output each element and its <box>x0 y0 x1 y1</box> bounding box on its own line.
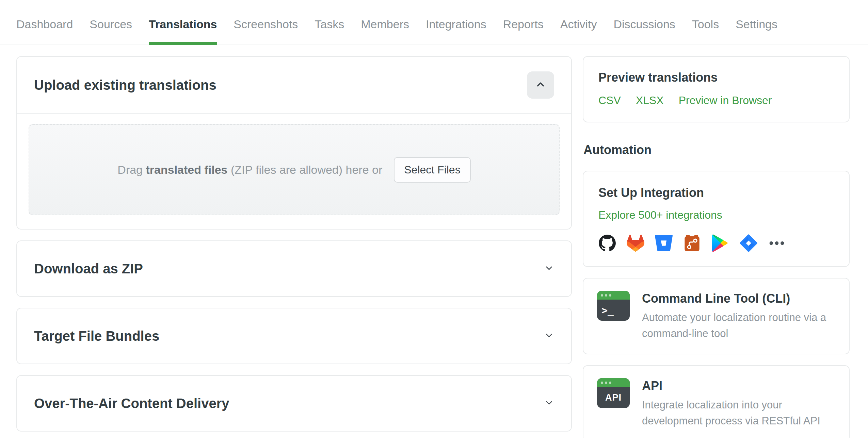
download-zip-card[interactable]: Download as ZIP <box>16 240 572 297</box>
right-sidebar: Preview translations CSV XLSX Preview in… <box>583 56 850 438</box>
ota-content-delivery-title: Over-The-Air Content Delivery <box>34 396 229 411</box>
upload-card-body: Drag translated files (ZIP files are all… <box>17 114 571 229</box>
tab-tools[interactable]: Tools <box>692 0 719 45</box>
cli-card-text: Command Line Tool (CLI) Automate your lo… <box>642 291 835 341</box>
target-file-bundles-card[interactable]: Target File Bundles <box>16 308 572 364</box>
tab-discussions[interactable]: Discussions <box>613 0 675 45</box>
select-files-button[interactable]: Select Files <box>394 157 470 183</box>
tab-activity[interactable]: Activity <box>560 0 597 45</box>
csv-link[interactable]: CSV <box>598 94 621 107</box>
xlsx-link[interactable]: XLSX <box>636 94 664 107</box>
integration-icons-row <box>598 234 834 252</box>
set-up-integration-title: Set Up Integration <box>598 186 834 200</box>
tab-members[interactable]: Members <box>361 0 409 45</box>
tab-tasks[interactable]: Tasks <box>315 0 344 45</box>
tab-reports[interactable]: Reports <box>503 0 544 45</box>
api-card[interactable]: API API Integrate localization into your… <box>583 365 850 438</box>
tab-screenshots[interactable]: Screenshots <box>234 0 298 45</box>
tab-settings[interactable]: Settings <box>736 0 777 45</box>
chevron-down-icon <box>544 398 554 409</box>
preview-translations-card: Preview translations CSV XLSX Preview in… <box>583 56 850 122</box>
more-integrations-icon[interactable] <box>768 234 786 252</box>
chevron-up-icon <box>535 79 546 91</box>
git-icon[interactable] <box>683 234 701 252</box>
cli-card[interactable]: >_ Command Line Tool (CLI) Automate your… <box>583 278 850 354</box>
api-card-description: Integrate localization into your develop… <box>642 397 835 429</box>
target-file-bundles-title: Target File Bundles <box>34 328 159 344</box>
google-play-icon[interactable] <box>711 234 729 252</box>
upload-card-title: Upload existing translations <box>34 78 216 93</box>
preview-in-browser-link[interactable]: Preview in Browser <box>679 94 772 107</box>
main-content: Upload existing translations Drag transl… <box>0 45 868 438</box>
upload-card-header: Upload existing translations <box>17 57 571 113</box>
set-up-integration-card: Set Up Integration Explore 500+ integrat… <box>583 171 850 267</box>
tab-translations[interactable]: Translations <box>149 0 217 45</box>
top-navigation: Dashboard Sources Translations Screensho… <box>0 0 868 45</box>
bitbucket-icon[interactable] <box>655 234 673 252</box>
preview-translations-title: Preview translations <box>598 70 834 85</box>
download-zip-title: Download as ZIP <box>34 261 143 276</box>
api-card-text: API Integrate localization into your dev… <box>642 378 835 429</box>
cli-card-description: Automate your localization routine via a… <box>642 310 835 341</box>
automation-heading: Automation <box>583 143 850 157</box>
terminal-icon: >_ <box>597 291 630 321</box>
cli-card-title: Command Line Tool (CLI) <box>642 291 835 306</box>
chevron-down-icon <box>544 330 554 342</box>
explore-integrations-link[interactable]: Explore 500+ integrations <box>598 209 722 221</box>
api-icon: API <box>597 378 630 408</box>
dropzone-text-bold: translated files <box>146 163 227 176</box>
chevron-down-icon <box>544 263 554 274</box>
upload-translations-card: Upload existing translations Drag transl… <box>16 56 572 230</box>
jira-icon[interactable] <box>740 234 757 252</box>
collapse-button[interactable] <box>527 71 554 99</box>
github-icon[interactable] <box>598 234 616 252</box>
tab-sources[interactable]: Sources <box>90 0 132 45</box>
dropzone-text: Drag translated files (ZIP files are all… <box>117 163 382 176</box>
tab-integrations[interactable]: Integrations <box>426 0 486 45</box>
api-card-title: API <box>642 379 835 393</box>
tab-dashboard[interactable]: Dashboard <box>16 0 73 45</box>
left-column: Upload existing translations Drag transl… <box>16 56 572 432</box>
preview-links: CSV XLSX Preview in Browser <box>598 94 834 107</box>
ota-content-delivery-card[interactable]: Over-The-Air Content Delivery <box>16 375 572 432</box>
gitlab-icon[interactable] <box>627 234 644 252</box>
file-dropzone[interactable]: Drag translated files (ZIP files are all… <box>29 124 560 215</box>
